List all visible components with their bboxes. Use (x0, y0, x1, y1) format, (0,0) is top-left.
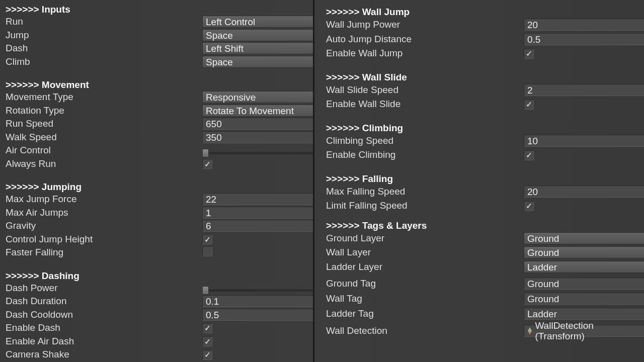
row-max-falling-speed: Max Falling Speed 20 (314, 185, 644, 199)
checkbox-faster-falling[interactable] (202, 246, 212, 256)
dropdown-ground-layer[interactable]: Ground (524, 232, 644, 244)
input-dash-duration[interactable]: 0.1 (202, 295, 313, 307)
section-header-wall-jump: >>>>>> Wall Jump (314, 7, 644, 18)
label-camera-shake: Camera Shake (6, 349, 69, 360)
row-wall-layer: Wall Layer Ground (314, 245, 644, 260)
row-enable-wall-jump: Enable Wall Jump ✓ (314, 46, 644, 61)
input-walk-speed[interactable]: 350 (202, 131, 313, 143)
row-air-control: Air Control (6, 144, 313, 157)
section-header-wall-slide: >>>>>> Wall Slide (314, 72, 644, 83)
label-gravity: Gravity (6, 220, 36, 231)
row-climb: Climb Space (6, 55, 313, 69)
row-ground-layer: Ground Layer Ground (314, 231, 644, 246)
label-dash: Dash (6, 43, 28, 54)
input-wall-tag[interactable]: Ground (524, 293, 644, 305)
label-wall-layer: Wall Layer (314, 247, 371, 258)
checkbox-enable-wall-jump[interactable]: ✓ (524, 49, 534, 59)
row-run-speed: Run Speed 650 (6, 117, 313, 131)
label-limit-falling-speed: Limit Falling Speed (314, 200, 408, 211)
input-climbing-speed[interactable]: 10 (524, 135, 644, 147)
label-wall-tag: Wall Tag (314, 293, 362, 304)
input-wall-jump-power[interactable]: 20 (524, 19, 644, 31)
label-ladder-tag: Ladder Tag (314, 308, 374, 319)
label-wall-slide-speed: Wall Slide Speed (314, 84, 398, 96)
input-climb-key[interactable]: Space (202, 56, 313, 68)
row-rotation-type: Rotation Type Rotate To Movement Directi… (6, 104, 313, 118)
row-faster-falling: Faster Falling (6, 246, 313, 259)
label-rotation-type: Rotation Type (6, 105, 64, 116)
input-gravity[interactable]: 6 (202, 220, 313, 232)
label-climbing-speed: Climbing Speed (314, 135, 393, 146)
label-dash-power: Dash Power (6, 283, 58, 294)
row-camera-shake: Camera Shake ✓ (6, 348, 313, 361)
input-ladder-tag[interactable]: Ladder (524, 308, 644, 320)
row-control-jump-height: Control Jump Height ✓ (6, 233, 313, 246)
row-wall-detection: Wall Detection WallDetection (Transform) (314, 323, 644, 338)
section-header-tags-layers: >>>>>> Tags & Layers (314, 220, 644, 231)
dropdown-ladder-layer[interactable]: Ladder (524, 261, 644, 273)
input-dash-key[interactable]: Left Shift (202, 42, 313, 54)
input-max-falling-speed[interactable]: 20 (524, 186, 644, 198)
slider-dash-power[interactable] (202, 289, 313, 292)
row-ladder-layer: Ladder Layer Ladder (314, 260, 644, 275)
input-ground-tag[interactable]: Ground (524, 278, 644, 290)
row-enable-air-dash: Enable Air Dash ✓ (6, 335, 313, 348)
section-header-dashing: >>>>>> Dashing (6, 270, 313, 282)
input-dash-cooldown[interactable]: 0.5 (202, 309, 313, 321)
inspector-left-column: >>>>>> Inputs Run Left Control Jump Spac… (0, 0, 314, 362)
row-walk-speed: Walk Speed 350 (6, 131, 313, 144)
row-dash: Dash Left Shift (6, 42, 313, 55)
label-air-control: Air Control (6, 145, 51, 156)
dropdown-rotation-type[interactable]: Rotate To Movement Direction (202, 105, 313, 117)
row-climbing-speed: Climbing Speed 10 (314, 134, 644, 148)
label-movement-type: Movement Type (6, 92, 73, 103)
slider-air-control[interactable] (202, 152, 313, 154)
checkbox-always-run[interactable]: ✓ (202, 159, 212, 169)
object-wall-detection-text: WallDetection (Transform) (535, 320, 641, 341)
input-max-air-jumps[interactable]: 1 (202, 207, 313, 219)
row-max-jump-force: Max Jump Force 22 (6, 193, 313, 206)
input-run-key[interactable]: Left Control (202, 16, 313, 28)
input-wall-slide-speed[interactable]: 2 (524, 84, 644, 96)
checkbox-control-jump-height[interactable]: ✓ (202, 234, 212, 244)
label-enable-wall-slide: Enable Wall Slide (314, 99, 400, 110)
label-enable-climbing: Enable Climbing (314, 149, 395, 160)
input-run-speed[interactable]: 650 (202, 118, 313, 130)
label-faster-falling: Faster Falling (6, 247, 63, 258)
row-enable-wall-slide: Enable Wall Slide ✓ (314, 97, 644, 112)
label-ladder-layer: Ladder Layer (314, 261, 382, 273)
dropdown-movement-type[interactable]: Responsive (202, 91, 313, 103)
label-jump: Jump (6, 30, 29, 41)
label-enable-wall-jump: Enable Wall Jump (314, 48, 403, 59)
dropdown-wall-layer[interactable]: Ground (524, 246, 644, 258)
input-jump-key[interactable]: Space (202, 29, 313, 41)
row-always-run: Always Run ✓ (6, 157, 313, 171)
section-header-jumping: >>>>>> Jumping (6, 182, 313, 193)
checkbox-enable-dash[interactable]: ✓ (202, 323, 212, 333)
checkbox-enable-climbing[interactable]: ✓ (524, 150, 534, 160)
section-header-climbing: >>>>>> Climbing (314, 123, 644, 134)
label-max-air-jumps: Max Air Jumps (6, 207, 68, 218)
label-walk-speed: Walk Speed (6, 132, 57, 143)
label-dash-duration: Dash Duration (6, 296, 66, 307)
section-header-falling: >>>>>> Falling (314, 173, 644, 185)
checkbox-camera-shake[interactable]: ✓ (202, 350, 212, 360)
label-always-run: Always Run (6, 158, 56, 169)
row-jump: Jump Space (6, 29, 313, 42)
label-run-speed: Run Speed (6, 118, 53, 129)
object-wall-detection[interactable]: WallDetection (Transform) (524, 325, 644, 337)
label-auto-jump-distance: Auto Jump Distance (314, 34, 412, 45)
section-header-inputs: >>>>>> Inputs (6, 4, 313, 15)
label-wall-detection: Wall Detection (314, 325, 387, 336)
checkbox-enable-wall-slide[interactable]: ✓ (524, 100, 534, 110)
label-ground-layer: Ground Layer (314, 233, 384, 244)
checkbox-enable-air-dash[interactable]: ✓ (202, 336, 212, 346)
row-auto-jump-distance: Auto Jump Distance 0.5 (314, 32, 644, 47)
checkbox-limit-falling-speed[interactable]: ✓ (524, 201, 534, 211)
row-dash-duration: Dash Duration 0.1 (6, 295, 313, 308)
row-ground-tag: Ground Tag Ground (314, 276, 644, 291)
input-max-jump-force[interactable]: 22 (202, 193, 313, 205)
input-auto-jump-distance[interactable]: 0.5 (524, 33, 644, 45)
row-dash-power: Dash Power (6, 282, 313, 295)
label-climb: Climb (6, 56, 30, 67)
